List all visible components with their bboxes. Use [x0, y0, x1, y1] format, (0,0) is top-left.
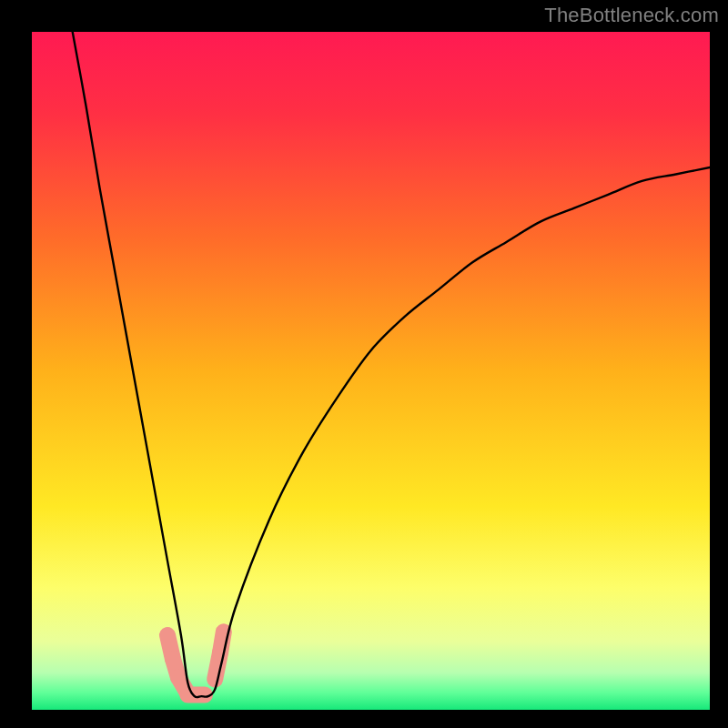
optimal-band-segment [220, 632, 224, 652]
chart-frame: TheBottleneck.com [0, 0, 728, 728]
watermark-text: TheBottleneck.com [544, 4, 719, 27]
plot-area [32, 32, 710, 710]
bottleneck-chart [32, 32, 710, 710]
